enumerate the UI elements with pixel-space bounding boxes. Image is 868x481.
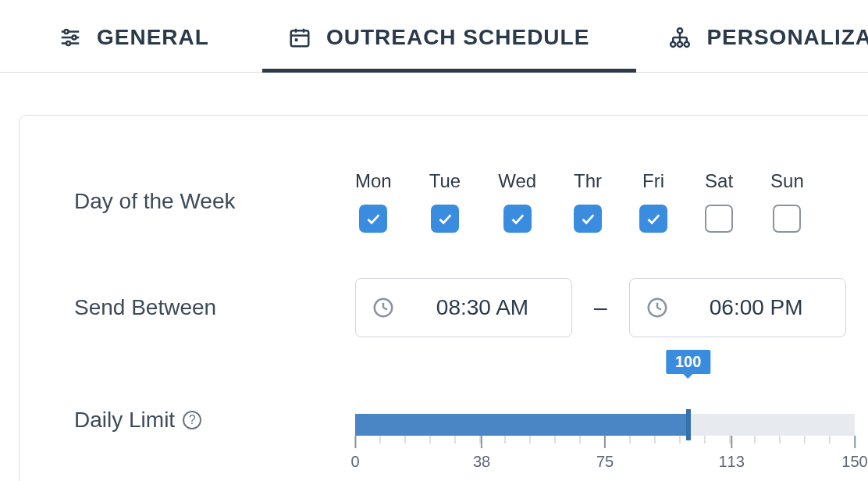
tab-personalization[interactable]: PERSONALIZATION bbox=[664, 16, 868, 72]
day-checkbox-sat[interactable] bbox=[705, 205, 733, 233]
tick-minor bbox=[455, 436, 456, 444]
day-sun: Sun bbox=[770, 170, 804, 233]
time-separator: – bbox=[591, 294, 610, 321]
tick-minor bbox=[505, 436, 506, 444]
tab-outreach-schedule[interactable]: OUTREACH SCHEDULE bbox=[284, 16, 614, 72]
tab-general[interactable]: GENERAL bbox=[55, 16, 234, 72]
svg-point-4 bbox=[73, 36, 76, 40]
daily-limit-label: Daily Limit ? bbox=[74, 408, 355, 433]
day-checkbox-tue[interactable] bbox=[431, 205, 459, 233]
tick-minor bbox=[430, 436, 431, 444]
schedule-card: Day of the Week MonTueWedThrFriSatSun Se… bbox=[19, 115, 868, 481]
day-checkbox-mon[interactable] bbox=[359, 205, 387, 233]
tick-label: 150 bbox=[841, 453, 867, 471]
svg-point-13 bbox=[678, 42, 682, 47]
tick-minor bbox=[780, 436, 781, 444]
tick-minor bbox=[530, 436, 531, 444]
tick-label: 0 bbox=[350, 453, 359, 471]
tabs-bar: GENERAL OUTREACH SCHEDULE PERSONALIZATIO… bbox=[0, 0, 868, 73]
tab-label: GENERAL bbox=[97, 25, 209, 50]
day-of-week-label: Day of the Week bbox=[74, 189, 355, 214]
day-label: Wed bbox=[498, 170, 536, 192]
tick-minor bbox=[405, 436, 406, 444]
tick-label: 75 bbox=[596, 453, 614, 471]
time-from-input[interactable]: 08:30 AM bbox=[355, 278, 572, 337]
tick-major: 113 bbox=[718, 436, 744, 471]
tick-major: 38 bbox=[473, 436, 490, 471]
row-days: Day of the Week MonTueWedThrFriSatSun bbox=[74, 170, 868, 233]
slider-track[interactable] bbox=[355, 414, 855, 436]
day-mon: Mon bbox=[355, 170, 392, 233]
day-label: Fri bbox=[642, 170, 664, 192]
slider-tooltip: 100 bbox=[666, 350, 710, 374]
tick-minor bbox=[755, 436, 756, 444]
svg-line-22 bbox=[383, 308, 387, 310]
day-label: Mon bbox=[355, 170, 392, 192]
day-label: Tue bbox=[429, 170, 461, 192]
tick-minor bbox=[655, 436, 656, 444]
clock-icon bbox=[372, 296, 395, 319]
day-label: Sat bbox=[705, 170, 733, 192]
tick-minor bbox=[705, 436, 706, 444]
day-wed: Wed bbox=[498, 170, 536, 233]
slider-fill bbox=[355, 414, 688, 436]
time-to-input[interactable]: 06:00 PM bbox=[629, 278, 846, 337]
daily-limit-slider[interactable]: 100 03875113150 bbox=[355, 383, 855, 475]
tick-minor bbox=[680, 436, 681, 444]
tick-major: 150 bbox=[841, 436, 867, 471]
day-checkbox-sun[interactable] bbox=[773, 205, 801, 233]
sliders-icon bbox=[58, 25, 83, 50]
svg-point-12 bbox=[671, 42, 676, 47]
day-tue: Tue bbox=[429, 170, 461, 233]
tick-major: 0 bbox=[350, 436, 359, 471]
row-send-between: Send Between 08:30 AM – 06:00 PM A bbox=[74, 278, 868, 337]
svg-point-14 bbox=[685, 42, 689, 47]
tab-label: OUTREACH SCHEDULE bbox=[326, 25, 589, 50]
svg-point-3 bbox=[65, 30, 69, 34]
svg-point-11 bbox=[678, 28, 682, 33]
tick-major: 75 bbox=[596, 436, 614, 471]
day-checkbox-wed[interactable] bbox=[503, 205, 532, 233]
day-label: Sun bbox=[770, 170, 804, 192]
day-thr: Thr bbox=[574, 170, 602, 233]
tick-label: 38 bbox=[473, 453, 490, 471]
time-inputs: 08:30 AM – 06:00 PM A bbox=[355, 278, 868, 337]
day-checkbox-thr[interactable] bbox=[574, 205, 602, 233]
day-label: Thr bbox=[574, 170, 602, 192]
slider-ticks: 03875113150 bbox=[355, 436, 855, 475]
day-fri: Fri bbox=[639, 170, 667, 233]
row-daily-limit: Daily Limit ? 100 03875113150 bbox=[74, 383, 868, 475]
daily-limit-label-text: Daily Limit bbox=[74, 408, 175, 433]
tick-minor bbox=[555, 436, 556, 444]
tick-minor bbox=[830, 436, 831, 444]
svg-rect-6 bbox=[291, 30, 309, 46]
svg-line-25 bbox=[657, 308, 661, 310]
days-container: MonTueWedThrFriSatSun bbox=[355, 170, 804, 233]
calendar-icon bbox=[287, 25, 312, 50]
tab-label: PERSONALIZATION bbox=[706, 25, 868, 50]
send-between-label: Send Between bbox=[74, 295, 355, 320]
tick-label: 113 bbox=[718, 453, 744, 471]
tick-minor bbox=[380, 436, 381, 444]
day-checkbox-fri[interactable] bbox=[639, 205, 667, 233]
help-icon[interactable]: ? bbox=[183, 411, 201, 429]
time-to-value: 06:00 PM bbox=[683, 295, 830, 320]
tick-minor bbox=[805, 436, 806, 444]
tick-minor bbox=[630, 436, 631, 444]
slider-value: 100 bbox=[675, 353, 701, 370]
clock-icon bbox=[646, 296, 669, 319]
sitemap-icon bbox=[667, 25, 692, 50]
time-from-value: 08:30 AM bbox=[409, 295, 556, 320]
svg-point-5 bbox=[66, 41, 70, 45]
tick-minor bbox=[580, 436, 581, 444]
svg-rect-10 bbox=[295, 38, 298, 41]
day-sat: Sat bbox=[705, 170, 733, 233]
